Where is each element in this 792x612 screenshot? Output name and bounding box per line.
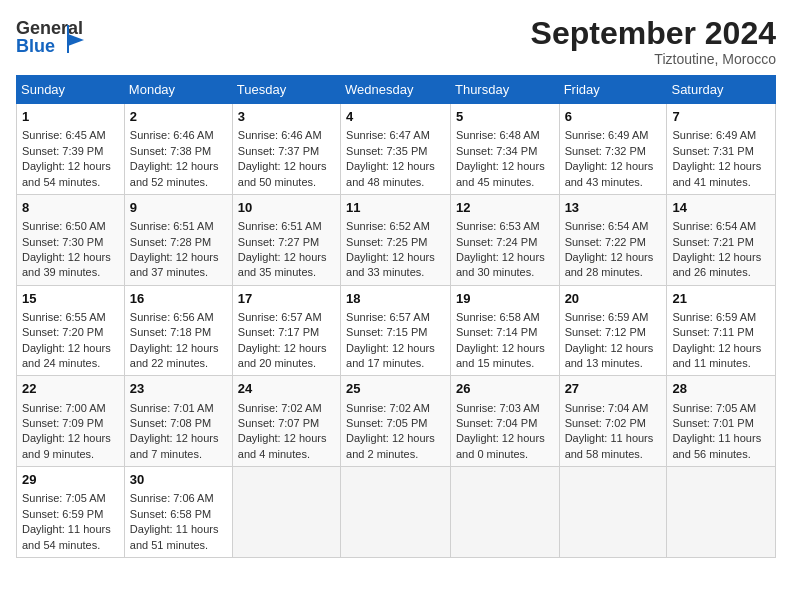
calendar-cell: 18Sunrise: 6:57 AMSunset: 7:15 PMDayligh… [341, 285, 451, 376]
day-number: 21 [672, 290, 770, 308]
sunset-text: Sunset: 7:25 PM [346, 236, 427, 248]
sunrise-text: Sunrise: 6:55 AM [22, 311, 106, 323]
month-title: September 2024 [531, 16, 776, 51]
daylight-text: Daylight: 12 hours and 7 minutes. [130, 432, 219, 459]
sunrise-text: Sunrise: 6:48 AM [456, 129, 540, 141]
sunset-text: Sunset: 7:20 PM [22, 326, 103, 338]
sunrise-text: Sunrise: 6:49 AM [565, 129, 649, 141]
day-number: 3 [238, 108, 335, 126]
calendar-cell: 14Sunrise: 6:54 AMSunset: 7:21 PMDayligh… [667, 194, 776, 285]
calendar-cell: 26Sunrise: 7:03 AMSunset: 7:04 PMDayligh… [450, 376, 559, 467]
daylight-text: Daylight: 12 hours and 13 minutes. [565, 342, 654, 369]
day-number: 19 [456, 290, 554, 308]
day-number: 20 [565, 290, 662, 308]
daylight-text: Daylight: 12 hours and 22 minutes. [130, 342, 219, 369]
daylight-text: Daylight: 12 hours and 48 minutes. [346, 160, 435, 187]
daylight-text: Daylight: 12 hours and 0 minutes. [456, 432, 545, 459]
calendar-cell: 29Sunrise: 7:05 AMSunset: 6:59 PMDayligh… [17, 467, 125, 558]
column-header-tuesday: Tuesday [232, 76, 340, 104]
sunrise-text: Sunrise: 7:01 AM [130, 402, 214, 414]
day-number: 29 [22, 471, 119, 489]
sunset-text: Sunset: 7:08 PM [130, 417, 211, 429]
daylight-text: Daylight: 12 hours and 54 minutes. [22, 160, 111, 187]
logo: General Blue [16, 16, 106, 58]
calendar-cell: 23Sunrise: 7:01 AMSunset: 7:08 PMDayligh… [124, 376, 232, 467]
daylight-text: Daylight: 12 hours and 33 minutes. [346, 251, 435, 278]
sunrise-text: Sunrise: 7:02 AM [238, 402, 322, 414]
sunrise-text: Sunrise: 6:50 AM [22, 220, 106, 232]
sunrise-text: Sunrise: 6:46 AM [238, 129, 322, 141]
day-number: 14 [672, 199, 770, 217]
day-number: 27 [565, 380, 662, 398]
daylight-text: Daylight: 12 hours and 20 minutes. [238, 342, 327, 369]
calendar-cell: 1Sunrise: 6:45 AMSunset: 7:39 PMDaylight… [17, 104, 125, 195]
daylight-text: Daylight: 11 hours and 58 minutes. [565, 432, 654, 459]
sunrise-text: Sunrise: 6:54 AM [672, 220, 756, 232]
day-number: 1 [22, 108, 119, 126]
sunset-text: Sunset: 7:07 PM [238, 417, 319, 429]
sunset-text: Sunset: 7:05 PM [346, 417, 427, 429]
calendar-cell [232, 467, 340, 558]
column-header-monday: Monday [124, 76, 232, 104]
sunset-text: Sunset: 7:12 PM [565, 326, 646, 338]
day-number: 24 [238, 380, 335, 398]
day-number: 17 [238, 290, 335, 308]
sunset-text: Sunset: 7:02 PM [565, 417, 646, 429]
sunrise-text: Sunrise: 6:49 AM [672, 129, 756, 141]
sunset-text: Sunset: 7:01 PM [672, 417, 753, 429]
column-header-thursday: Thursday [450, 76, 559, 104]
week-row-4: 22Sunrise: 7:00 AMSunset: 7:09 PMDayligh… [17, 376, 776, 467]
calendar-cell: 6Sunrise: 6:49 AMSunset: 7:32 PMDaylight… [559, 104, 667, 195]
location-title: Tiztoutine, Morocco [531, 51, 776, 67]
sunrise-text: Sunrise: 6:47 AM [346, 129, 430, 141]
column-header-sunday: Sunday [17, 76, 125, 104]
calendar-cell: 8Sunrise: 6:50 AMSunset: 7:30 PMDaylight… [17, 194, 125, 285]
sunset-text: Sunset: 7:11 PM [672, 326, 753, 338]
svg-text:Blue: Blue [16, 36, 55, 56]
calendar-header-row: SundayMondayTuesdayWednesdayThursdayFrid… [17, 76, 776, 104]
sunrise-text: Sunrise: 7:06 AM [130, 492, 214, 504]
sunrise-text: Sunrise: 7:02 AM [346, 402, 430, 414]
daylight-text: Daylight: 12 hours and 26 minutes. [672, 251, 761, 278]
column-header-saturday: Saturday [667, 76, 776, 104]
daylight-text: Daylight: 12 hours and 50 minutes. [238, 160, 327, 187]
sunset-text: Sunset: 7:15 PM [346, 326, 427, 338]
daylight-text: Daylight: 11 hours and 51 minutes. [130, 523, 219, 550]
page-header: General Blue September 2024 Tiztoutine, … [16, 16, 776, 67]
sunset-text: Sunset: 7:27 PM [238, 236, 319, 248]
day-number: 28 [672, 380, 770, 398]
sunrise-text: Sunrise: 7:05 AM [672, 402, 756, 414]
daylight-text: Daylight: 12 hours and 17 minutes. [346, 342, 435, 369]
sunset-text: Sunset: 7:34 PM [456, 145, 537, 157]
calendar-cell: 2Sunrise: 6:46 AMSunset: 7:38 PMDaylight… [124, 104, 232, 195]
week-row-5: 29Sunrise: 7:05 AMSunset: 6:59 PMDayligh… [17, 467, 776, 558]
day-number: 15 [22, 290, 119, 308]
sunset-text: Sunset: 7:17 PM [238, 326, 319, 338]
daylight-text: Daylight: 12 hours and 4 minutes. [238, 432, 327, 459]
sunrise-text: Sunrise: 6:51 AM [130, 220, 214, 232]
calendar-cell [341, 467, 451, 558]
calendar-cell: 12Sunrise: 6:53 AMSunset: 7:24 PMDayligh… [450, 194, 559, 285]
sunrise-text: Sunrise: 6:57 AM [346, 311, 430, 323]
day-number: 8 [22, 199, 119, 217]
day-number: 7 [672, 108, 770, 126]
sunset-text: Sunset: 6:58 PM [130, 508, 211, 520]
day-number: 11 [346, 199, 445, 217]
day-number: 22 [22, 380, 119, 398]
day-number: 25 [346, 380, 445, 398]
calendar-cell: 10Sunrise: 6:51 AMSunset: 7:27 PMDayligh… [232, 194, 340, 285]
calendar-cell: 11Sunrise: 6:52 AMSunset: 7:25 PMDayligh… [341, 194, 451, 285]
day-number: 2 [130, 108, 227, 126]
calendar-cell: 25Sunrise: 7:02 AMSunset: 7:05 PMDayligh… [341, 376, 451, 467]
day-number: 10 [238, 199, 335, 217]
calendar-cell: 27Sunrise: 7:04 AMSunset: 7:02 PMDayligh… [559, 376, 667, 467]
daylight-text: Daylight: 12 hours and 28 minutes. [565, 251, 654, 278]
daylight-text: Daylight: 12 hours and 52 minutes. [130, 160, 219, 187]
daylight-text: Daylight: 12 hours and 43 minutes. [565, 160, 654, 187]
column-header-wednesday: Wednesday [341, 76, 451, 104]
sunset-text: Sunset: 7:37 PM [238, 145, 319, 157]
calendar-cell: 7Sunrise: 6:49 AMSunset: 7:31 PMDaylight… [667, 104, 776, 195]
calendar-cell [450, 467, 559, 558]
title-block: September 2024 Tiztoutine, Morocco [531, 16, 776, 67]
daylight-text: Daylight: 12 hours and 24 minutes. [22, 342, 111, 369]
